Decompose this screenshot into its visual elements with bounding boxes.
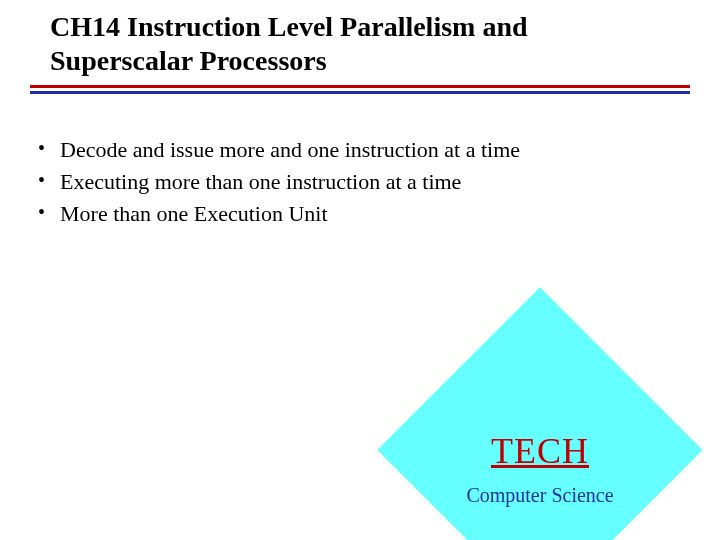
badge-text: TECH Computer Science xyxy=(390,430,690,507)
list-item: Executing more than one instruction at a… xyxy=(38,166,690,198)
badge-sub-label: Computer Science xyxy=(390,484,690,507)
slide-title: CH14 Instruction Level Parallelism and S… xyxy=(30,10,690,77)
badge-main-label: TECH xyxy=(390,430,690,472)
list-item: More than one Execution Unit xyxy=(38,198,690,230)
list-item: Decode and issue more and one instructio… xyxy=(38,134,690,166)
bullet-list: Decode and issue more and one instructio… xyxy=(30,134,690,230)
slide: CH14 Instruction Level Parallelism and S… xyxy=(0,0,720,540)
badge-container: TECH Computer Science xyxy=(390,310,690,540)
title-rule-blue xyxy=(30,91,690,94)
title-rule-red xyxy=(30,85,690,88)
